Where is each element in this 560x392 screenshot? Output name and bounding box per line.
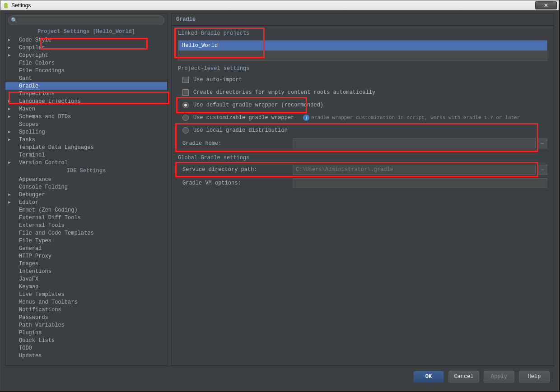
tree-item[interactable]: ▶Language Injections bbox=[5, 97, 167, 105]
browse-button[interactable]: … bbox=[537, 165, 547, 175]
auto-import-row[interactable]: Use auto-import bbox=[178, 74, 547, 86]
expand-arrow-icon[interactable]: ▶ bbox=[8, 200, 14, 205]
tree-item-label: Console Folding bbox=[14, 184, 68, 190]
tree-item[interactable]: ▶Copyright bbox=[5, 51, 167, 59]
tree-item[interactable]: External Tools bbox=[5, 221, 167, 229]
tree-item[interactable]: Notifications bbox=[5, 306, 167, 314]
radio-icon[interactable] bbox=[182, 127, 189, 134]
tree-item[interactable]: ▶Schemas and DTDs bbox=[5, 113, 167, 120]
tree-item[interactable]: TODO bbox=[5, 344, 167, 352]
tree-item[interactable]: ▶Debugger bbox=[5, 191, 167, 198]
tree-item[interactable]: External Diff Tools bbox=[5, 214, 167, 221]
tree-item[interactable]: Path Variables bbox=[5, 321, 167, 329]
tree-item-label: Inspections bbox=[14, 91, 55, 97]
tree-item-label: JavaFX bbox=[14, 276, 38, 282]
tree-item-label: Debugger bbox=[14, 192, 45, 198]
wrapper-custom-row[interactable]: Use customizable gradle wrapper i Gradle… bbox=[178, 111, 547, 124]
browse-button[interactable]: … bbox=[537, 138, 547, 148]
tree-item-label: Notifications bbox=[14, 307, 61, 313]
tree-item-label: Live Templates bbox=[14, 291, 65, 298]
tree-item[interactable]: ▶Maven bbox=[5, 105, 167, 113]
tree-item[interactable]: Intentions bbox=[5, 267, 167, 275]
tree-item[interactable]: Passwords bbox=[5, 314, 167, 321]
tree-item[interactable]: ▶Version Control bbox=[5, 159, 167, 166]
linked-projects-list[interactable]: Hello_World bbox=[178, 40, 547, 61]
expand-arrow-icon[interactable]: ▶ bbox=[8, 106, 14, 111]
vm-options-label: Gradle VM options: bbox=[182, 180, 291, 186]
tree-item-label: Terminal bbox=[14, 152, 45, 158]
tree-item[interactable]: Template Data Languages bbox=[5, 143, 167, 151]
ok-button[interactable]: OK bbox=[413, 371, 444, 383]
vm-options-row: Gradle VM options: bbox=[178, 176, 547, 190]
expand-arrow-icon[interactable]: ▶ bbox=[8, 37, 14, 42]
tree-item-label: External Diff Tools bbox=[14, 215, 81, 221]
tree-item-label: Scopes bbox=[14, 121, 38, 128]
svg-rect-1 bbox=[4, 6, 8, 8]
tree-item[interactable]: Appearance bbox=[5, 175, 167, 183]
tree-item[interactable]: Keymap bbox=[5, 283, 167, 291]
radio-icon[interactable] bbox=[182, 102, 189, 108]
tree-item[interactable]: Gant bbox=[5, 74, 167, 82]
search-input[interactable] bbox=[8, 15, 164, 25]
tree-item[interactable]: Gradle bbox=[5, 82, 167, 90]
expand-arrow-icon[interactable]: ▶ bbox=[8, 114, 14, 119]
tree-item[interactable]: ▶Tasks bbox=[5, 136, 167, 143]
create-dirs-row[interactable]: Create directories for empty content roo… bbox=[178, 86, 547, 99]
wrapper-default-label: Use default gradle wrapper (recommended) bbox=[193, 102, 328, 108]
tree-item[interactable]: Scopes bbox=[5, 120, 167, 128]
settings-tree[interactable]: Project Settings [Hello_World]▶Code Styl… bbox=[5, 27, 167, 365]
linked-projects-legend: Linked Gradle projects bbox=[178, 30, 547, 38]
expand-arrow-icon[interactable]: ▶ bbox=[8, 53, 14, 58]
tree-item[interactable]: ▶Compiler bbox=[5, 44, 167, 51]
tree-item[interactable]: Console Folding bbox=[5, 183, 167, 191]
tree-item-label: Passwords bbox=[14, 314, 48, 321]
local-dist-row[interactable]: Use local gradle distribution bbox=[178, 124, 547, 137]
tree-item[interactable]: Images bbox=[5, 260, 167, 267]
tree-item[interactable]: Plugins bbox=[5, 329, 167, 337]
tree-item[interactable]: File and Code Templates bbox=[5, 229, 167, 237]
service-dir-input[interactable] bbox=[293, 165, 536, 175]
info-icon: i bbox=[303, 115, 309, 121]
tree-item[interactable]: General bbox=[5, 244, 167, 252]
tree-item[interactable]: Emmet (Zen Coding) bbox=[5, 206, 167, 214]
expand-arrow-icon[interactable]: ▶ bbox=[8, 160, 14, 165]
help-button[interactable]: Help bbox=[519, 371, 550, 383]
tree-item[interactable]: Live Templates bbox=[5, 291, 167, 298]
tree-item[interactable]: ▶Editor bbox=[5, 198, 167, 206]
tree-item[interactable]: JavaFX bbox=[5, 275, 167, 283]
checkbox-icon[interactable] bbox=[182, 89, 189, 96]
tree-item[interactable]: ▶Code Style bbox=[5, 36, 167, 44]
expand-arrow-icon[interactable]: ▶ bbox=[8, 192, 14, 197]
tree-item[interactable]: Terminal bbox=[5, 151, 167, 159]
apply-button[interactable]: Apply bbox=[484, 371, 514, 383]
section-header: IDE Settings bbox=[5, 166, 167, 175]
tree-item-label: Images bbox=[14, 261, 38, 267]
tree-item[interactable]: File Colors bbox=[5, 59, 167, 67]
vm-options-input[interactable] bbox=[293, 178, 547, 188]
project-level-group: Project-level settings Use auto-import C… bbox=[178, 65, 547, 150]
wrapper-default-row[interactable]: Use default gradle wrapper (recommended) bbox=[178, 99, 547, 111]
checkbox-icon[interactable] bbox=[182, 77, 189, 83]
tree-item[interactable]: File Types bbox=[5, 237, 167, 244]
expand-arrow-icon[interactable]: ▶ bbox=[8, 137, 14, 142]
cancel-button[interactable]: Cancel bbox=[448, 371, 479, 383]
tree-item[interactable]: ▶Spelling bbox=[5, 128, 167, 136]
tree-item[interactable]: File Encodings bbox=[5, 67, 167, 74]
expand-arrow-icon[interactable]: ▶ bbox=[8, 45, 14, 50]
project-level-legend: Project-level settings bbox=[178, 65, 547, 74]
gradle-home-input[interactable] bbox=[293, 138, 536, 148]
radio-icon[interactable] bbox=[182, 115, 189, 121]
close-button[interactable]: ✕ bbox=[535, 1, 557, 9]
tree-item[interactable]: Quick Lists bbox=[5, 337, 167, 344]
tree-item[interactable]: Inspections bbox=[5, 90, 167, 97]
tree-item-label: Template Data Languages bbox=[14, 144, 94, 151]
expand-arrow-icon[interactable]: ▶ bbox=[8, 129, 14, 134]
tree-item-label: File and Code Templates bbox=[14, 230, 94, 236]
linked-project-row[interactable]: Hello_World bbox=[178, 41, 547, 51]
expand-arrow-icon[interactable]: ▶ bbox=[8, 99, 14, 104]
tree-item[interactable]: HTTP Proxy bbox=[5, 252, 167, 260]
tree-item-label: File Types bbox=[14, 238, 51, 244]
tree-item-label: Appearance bbox=[14, 176, 51, 183]
tree-item[interactable]: Updates bbox=[5, 352, 167, 360]
tree-item[interactable]: Menus and Toolbars bbox=[5, 298, 167, 306]
